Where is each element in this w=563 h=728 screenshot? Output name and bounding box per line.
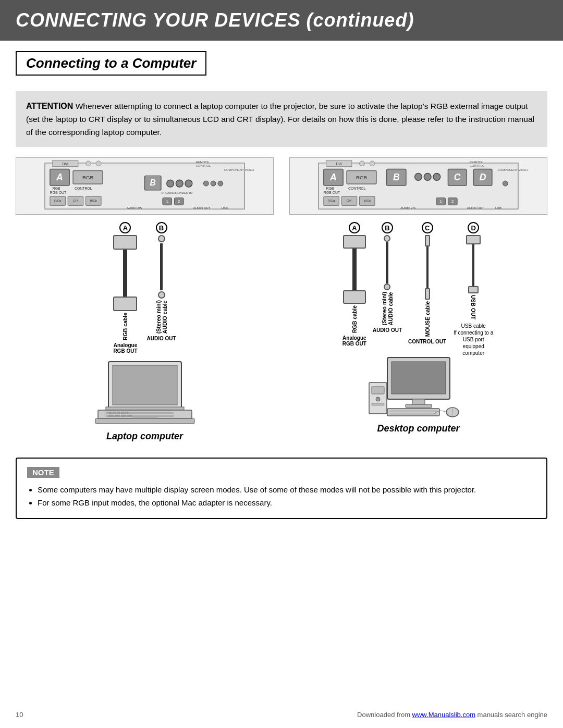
note-list: Some computers may have multiple display… [27, 483, 536, 510]
usb-plug-top-desktop [466, 235, 481, 244]
rgb-plug-bottom-desktop [343, 290, 366, 304]
header-bar: CONNECTING YOUR DEVICES (continued) [0, 0, 563, 41]
analogue-label-laptop: AnalogueRGB OUT [113, 342, 137, 354]
mouse-plug-bottom-desktop [425, 288, 430, 300]
svg-text:RGB OUT: RGB OUT [50, 191, 67, 194]
desktop-cables-row: A RGB cable AnalogueRGB OUT B AUDIO cabl… [289, 222, 547, 356]
svg-point-4 [96, 161, 101, 166]
svg-rect-53 [121, 415, 126, 417]
svg-point-99 [376, 397, 380, 401]
desktop-back-panel: DVI REMOTE CONTROL A RGB RGB RGB OUT CON… [289, 157, 547, 215]
attention-text: Whenever attempting to connect a laptop … [26, 102, 534, 137]
svg-text:RGB: RGB [82, 175, 94, 181]
laptop-rgb-cable-col: A RGB cable AnalogueRGB OUT [113, 222, 137, 353]
svg-text:CONTROL: CONTROL [470, 164, 485, 167]
section-title: Connecting to a Computer [26, 55, 196, 71]
svg-text:CONTROL: CONTROL [348, 187, 366, 190]
badge-d-desktop: D [468, 222, 479, 233]
svg-text:RGB OUT: RGB OUT [324, 191, 340, 194]
manualslib-link[interactable]: www.Manualslib.com [412, 711, 475, 719]
svg-rect-40 [106, 407, 184, 410]
desktop-audio-cable-col: B AUDIO cable(Stereo mini) AUDIO OUT [373, 222, 402, 332]
svg-text:R/Cg: R/Cg [328, 200, 335, 203]
svg-text:A: A [56, 172, 63, 183]
svg-point-17 [176, 180, 183, 188]
usb-plug-bottom-desktop [468, 286, 479, 293]
note-box: NOTE Some computers may have multiple di… [16, 458, 547, 519]
desktop-usb-cable-col: D USB OUT USB cable If connecting to a U… [452, 222, 494, 356]
svg-text:CONTROL: CONTROL [196, 164, 211, 167]
rgb-plug-top-laptop [113, 235, 137, 250]
diagrams-row: DVI REMOTE CONTROL A RGB RGB RGB OUT CON… [16, 157, 547, 441]
usb-note-text: USB cable If connecting to a USB port eq… [452, 323, 494, 356]
rgb-cable-label-desktop: RGB cable [351, 305, 358, 333]
rgb-cable-wire-desktop [352, 249, 357, 290]
audio-out-label-desktop: AUDIO OUT [373, 327, 402, 333]
page-number: 10 [16, 711, 23, 719]
laptop-label: Laptop computer [106, 431, 183, 442]
svg-rect-51 [108, 415, 114, 417]
audio-out-label-laptop: AUDIO OUT [147, 336, 176, 341]
svg-text:VIDEO IN: VIDEO IN [179, 191, 192, 194]
footer: 10 Downloaded from www.Manualslib.com ma… [16, 711, 547, 719]
svg-point-3 [86, 161, 91, 166]
svg-text:DVI: DVI [336, 162, 342, 166]
laptop-back-panel: DVI REMOTE CONTROL A RGB RGB RGB OUT CON… [16, 157, 274, 215]
note-label: NOTE [27, 467, 59, 478]
laptop-figure: Laptop computer [93, 359, 197, 442]
footer-text: Downloaded from www.Manualslib.com manua… [357, 711, 547, 719]
laptop-audio-cable-col: B AUDIO cable(Stereo mini) AUDIO OUT [147, 222, 176, 341]
svg-rect-46 [108, 412, 112, 414]
attention-label: ATTENTION [26, 102, 73, 110]
section-title-box: Connecting to a Computer [16, 51, 206, 76]
svg-text:B: B [393, 172, 400, 183]
svg-text:REMOTE: REMOTE [470, 161, 483, 164]
download-text: Downloaded from [357, 711, 412, 719]
svg-text:RGB: RGB [356, 175, 368, 181]
svg-rect-47 [113, 412, 116, 414]
svg-text:AUDIO 2/S: AUDIO 2/S [127, 207, 142, 210]
badge-b-desktop: B [382, 222, 393, 233]
svg-text:2: 2 [451, 200, 454, 204]
laptop-cables-row: A RGB cable AnalogueRGB OUT B AUDIO cabl… [16, 222, 274, 353]
svg-text:G/Y: G/Y [73, 200, 78, 203]
svg-rect-100 [372, 403, 384, 405]
svg-text:REMOTE: REMOTE [196, 161, 209, 164]
audio-plug-top-desktop [384, 235, 390, 242]
svg-text:AUDIO 2/S: AUDIO 2/S [400, 207, 415, 210]
svg-rect-41 [98, 410, 192, 418]
rgb-plug-bottom-laptop [113, 297, 137, 311]
svg-point-16 [167, 180, 174, 188]
svg-text:USB: USB [495, 207, 501, 210]
svg-rect-103 [389, 413, 436, 415]
rgb-plug-top-desktop [343, 235, 366, 249]
svg-rect-54 [127, 415, 132, 417]
footer-suffix: manuals search engine [475, 711, 547, 719]
svg-rect-50 [125, 412, 128, 414]
badge-a-laptop: A [119, 222, 131, 233]
svg-text:B/Cb: B/Cb [90, 200, 97, 203]
rgb-cable-wire-laptop [123, 250, 127, 297]
svg-rect-39 [113, 365, 177, 405]
svg-text:2: 2 [178, 200, 180, 204]
svg-text:USB: USB [222, 207, 228, 210]
svg-text:COMPONENT VIDEO: COMPONENT VIDEO [498, 168, 528, 171]
svg-point-24 [218, 181, 223, 187]
usb-out-label-desktop: USB OUT [470, 295, 476, 319]
page-title: CONNECTING YOUR DEVICES (continued) [16, 9, 547, 31]
svg-point-79 [503, 181, 508, 187]
svg-point-59 [370, 161, 375, 166]
svg-text:COMPONENT VIDEO: COMPONENT VIDEO [224, 168, 254, 171]
desktop-mouse-cable-col: C MOUSE cable CONTROL OUT [408, 222, 446, 344]
svg-text:RGB: RGB [326, 187, 334, 190]
laptop-diagram-section: DVI REMOTE CONTROL A RGB RGB RGB OUT CON… [16, 157, 274, 441]
svg-text:1: 1 [440, 200, 442, 204]
svg-rect-102 [389, 410, 436, 412]
attention-box: ATTENTION Whenever attempting to connect… [16, 91, 547, 147]
svg-rect-48 [117, 412, 120, 414]
note-item-1: Some computers may have multiple display… [38, 483, 536, 497]
svg-rect-49 [121, 412, 124, 414]
audio-plug-bottom-desktop [384, 283, 390, 290]
svg-text:DVI: DVI [63, 162, 69, 166]
svg-rect-42 [106, 412, 174, 414]
